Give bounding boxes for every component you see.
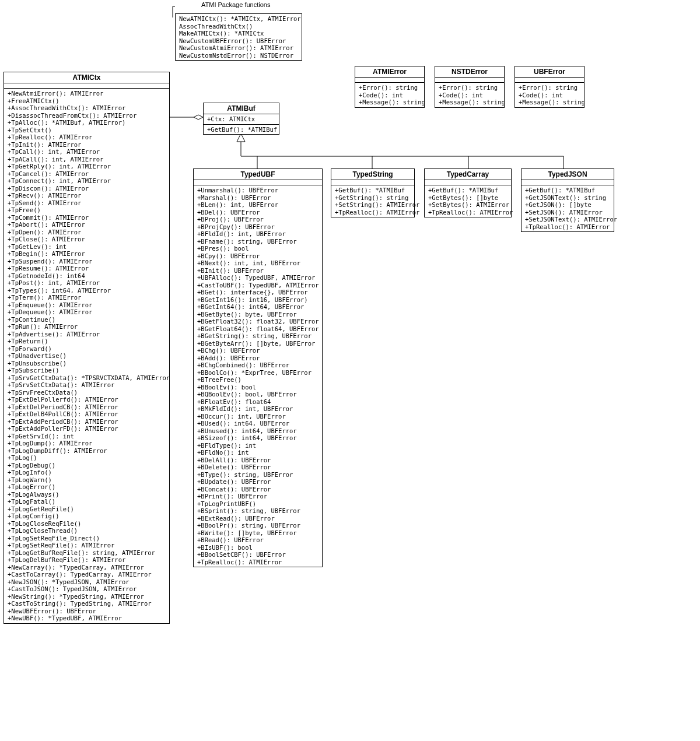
- method-item: +CastToJSON(): TypedJSON, ATMIError: [8, 585, 166, 593]
- method-item: +TpLogCloseThread(): [8, 527, 166, 535]
- class-methods: +GetBuf(): *ATMIBuf: [204, 125, 279, 135]
- method-item: +DisassocThreadFromCtx(): ATMIError: [8, 112, 166, 120]
- method-item: +BMkFldId(): int, UBFError: [197, 405, 318, 413]
- method-item: +BTreeFree(): [197, 376, 318, 384]
- class-typedjson: TypedJSON +GetBuf(): *ATMIBuf +GetJSONTe…: [521, 168, 614, 232]
- method-item: +GetBuf(): *ATMIBuf: [428, 187, 508, 194]
- member-item: +Ctx: ATMICtx: [207, 115, 275, 123]
- method-item: +BFldNo(): int: [197, 449, 318, 456]
- method-item: +BGetFloat32(): float32, UBFError: [197, 318, 318, 325]
- method-item: +BIsUBF(): bool: [197, 544, 318, 552]
- method-item: +TpLogFatal(): [8, 498, 166, 505]
- class-methods: +Error(): string +Code(): int +Message()…: [355, 83, 424, 107]
- class-empty-section: [194, 180, 322, 185]
- method-item: +BFldId(): int, UBFError: [197, 230, 318, 238]
- class-methods: +Error(): string +Code(): int +Message()…: [515, 83, 584, 107]
- method-item: +Marshal(): UBFError: [197, 194, 318, 202]
- method-item: +BUpdate(): UBFError: [197, 478, 318, 486]
- method-item: +NewUBFError(): UBFError: [8, 607, 166, 615]
- class-atmibuf: ATMIBuf +Ctx: ATMICtx +GetBuf(): *ATMIBu…: [203, 103, 279, 135]
- method-item: +CastToCarray(): TypedCarray, ATMIError: [8, 571, 166, 578]
- method-item: +TpLog(): [8, 454, 166, 462]
- method-item: +TpSrvFreeCtxData(): [8, 389, 166, 396]
- method-item: +NewString(): *TypedString, ATMIError: [8, 593, 166, 600]
- method-item: +NewCarray(): *TypedCarray, ATMIError: [8, 564, 166, 571]
- method-item: +SetJSONText(): ATMIError: [525, 216, 610, 223]
- method-item: +Code(): int: [519, 92, 580, 99]
- class-methods: +GetBuf(): *ATMIBuf +GetString(): string…: [331, 185, 414, 217]
- method-item: +TpOpen(): ATMIError: [8, 229, 166, 236]
- method-item: +Code(): int: [439, 92, 501, 99]
- method-item: +UBFAlloc(): TypedUBF, ATMIError: [197, 274, 318, 282]
- svg-marker-2: [237, 134, 245, 142]
- method-item: +TpCancel(): ATMIError: [8, 170, 166, 178]
- method-item: +TpExtAddPeriodCB(): ATMIError: [8, 418, 166, 426]
- class-title: ATMIBuf: [204, 103, 279, 114]
- method-item: +BGetByteArr(): []byte, UBFError: [197, 340, 318, 347]
- method-item: +BGetByte(): byte, UBFError: [197, 311, 318, 318]
- method-item: +TpForward(): [8, 345, 166, 353]
- method-item: +Error(): string: [439, 84, 501, 92]
- method-item: +TpRun(): ATMIError: [8, 323, 166, 331]
- method-item: +BChg(): UBFError: [197, 347, 318, 354]
- method-item: +BGetFloat64(): float64, UBFError: [197, 325, 318, 333]
- method-item: +TpCall(): int, ATMIError: [8, 148, 166, 156]
- method-item: +BGet(): interface{}, UBFError: [197, 289, 318, 296]
- method-item: +BPres(): bool: [197, 245, 318, 252]
- method-item: +TpCommit(): ATMIError: [8, 214, 166, 222]
- method-item: +BSprint(): string, UBFError: [197, 507, 318, 515]
- method-item: +GetJSON(): []byte: [525, 201, 610, 209]
- method-item: +TpClose(): ATMIError: [8, 236, 166, 243]
- method-item: +TpUnsubscribe(): [8, 360, 166, 367]
- method-item: +TpLogDump(): ATMIError: [8, 440, 166, 447]
- method-item: +BNext(): int, int, UBFError: [197, 259, 318, 267]
- class-typedubf: TypedUBF +Unmarshal(): UBFError+Marshal(…: [193, 168, 323, 567]
- method-item: +BDel(): UBFError: [197, 209, 318, 216]
- method-item: +NewAtmiError(): ATMIError: [8, 90, 166, 97]
- method-item: +TpConnect(): int, ATMIError: [8, 177, 166, 185]
- method-item: +TpLogConfig(): [8, 512, 166, 520]
- method-item: +TpContinue(): [8, 316, 166, 324]
- method-item: +BBoolSetCBF(): UBFError: [197, 551, 318, 559]
- svg-marker-1: [194, 115, 203, 120]
- class-atmictx: ATMICtx +NewAtmiError(): ATMIError+FreeA…: [4, 72, 170, 624]
- method-item: +CastToString(): TypedString, ATMIError: [8, 600, 166, 607]
- method-item: +TpGetnodeId(): int64: [8, 272, 166, 280]
- method-item: +BDelete(): UBFError: [197, 463, 318, 471]
- method-item: +TpResume(): ATMIError: [8, 265, 166, 272]
- class-package-functions: NewATMICtx(): *ATMICtx, ATMIError AssocT…: [175, 13, 302, 61]
- class-title: ATMICtx: [4, 72, 169, 83]
- class-title: TypedUBF: [194, 169, 322, 180]
- method-item: +BProjCpy(): UBFError: [197, 223, 318, 231]
- method-item: +FreeATMICtx(): [8, 97, 166, 105]
- method-item: +TpLogError(): [8, 483, 166, 491]
- method-item: +GetString(): string: [335, 194, 411, 202]
- method-item: +Error(): string: [519, 84, 580, 92]
- method-item: +GetBuf(): *ATMIBuf: [207, 126, 275, 134]
- method-item: +TpExtDelB4PollCB(): ATMIError: [8, 410, 166, 418]
- method-item: +BUsed(): int64, UBFError: [197, 420, 318, 427]
- method-item: +TpRealloc(): ATMIError: [335, 209, 411, 216]
- class-typedcarray: TypedCarray +GetBuf(): *ATMIBuf +GetByte…: [424, 168, 512, 217]
- method-item: +TpExtDelPeriodCB(): ATMIError: [8, 403, 166, 411]
- class-methods: +Error(): string +Code(): int +Message()…: [435, 83, 504, 107]
- method-item: +BInit(): UBFError: [197, 267, 318, 275]
- method-item: +TpAlloc(): *ATMIBuf, ATMIError): [8, 119, 166, 127]
- method-item: +BBoolCo(): *ExprTree, UBFError: [197, 369, 318, 377]
- method-item: +BProj(): UBFError: [197, 216, 318, 223]
- method-item: +BChgCombined(): UBFError: [197, 361, 318, 369]
- method-item: +TpUnadvertise(): [8, 352, 166, 360]
- method-item: +TpTerm(): ATMIError: [8, 294, 166, 301]
- method-item: +TpSrvSetCtxData(): ATMIError: [8, 381, 166, 389]
- method-item: +TpSuspend(): ATMIError: [8, 258, 166, 265]
- class-empty-section: [355, 78, 424, 83]
- method-item: +BBoolEv(): bool: [197, 384, 318, 391]
- method-item: +BQBoolEv(): bool, UBFError: [197, 391, 318, 398]
- method-item: +CastToUBF(): TypedUBF, ATMIError: [197, 282, 318, 289]
- method-item: +SetJSON(): ATMIError: [525, 209, 610, 216]
- method-item: +BDelAll(): UBFError: [197, 456, 318, 464]
- class-methods: NewATMICtx(): *ATMICtx, ATMIError AssocT…: [176, 14, 302, 60]
- method-item: +TpExtDelPollerfd(): ATMIError: [8, 396, 166, 403]
- method-item: +TpLogSetReqFile(): ATMIError: [8, 542, 166, 549]
- method-item: +TpDiscon(): ATMIError: [8, 185, 166, 192]
